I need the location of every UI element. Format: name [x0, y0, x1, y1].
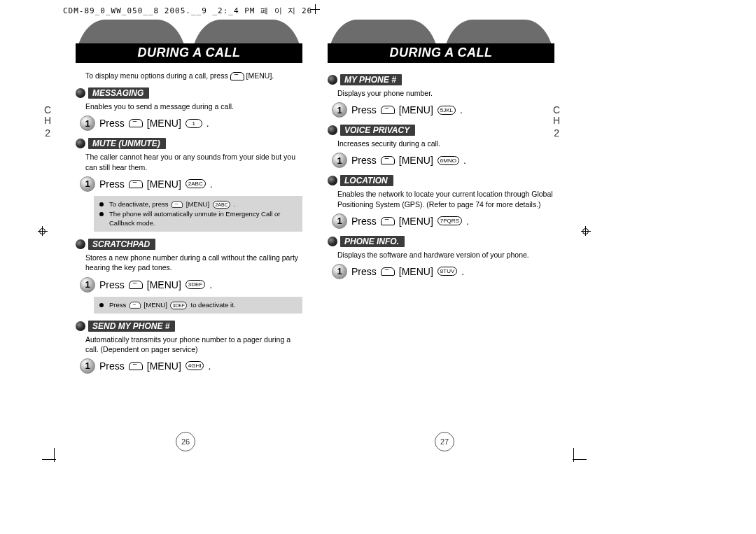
bullet-icon	[328, 125, 337, 135]
soft-key-icon	[230, 72, 244, 80]
bullet-icon	[328, 237, 337, 246]
section-label: PHONE INFO.	[340, 236, 405, 247]
soft-key-icon	[381, 156, 395, 164]
step-text: .	[210, 178, 213, 190]
num-key-icon: 3DEF	[171, 302, 188, 309]
section-label: MY PHONE #	[340, 74, 402, 85]
step-row: 1 Press [MENU] 8TUV .	[332, 264, 554, 279]
step-row: 1 Press [MENU] 4GHI .	[80, 358, 302, 374]
step-row: 1 Press [MENU] 5JKL .	[332, 102, 554, 118]
section-desc: Automatically transmits your phone numbe…	[85, 335, 302, 354]
section-location: LOCATION	[328, 175, 554, 186]
step-number-icon: 1	[80, 176, 95, 192]
step-text: .	[463, 155, 466, 166]
step-text: Press	[99, 279, 125, 290]
num-key-icon: 5JKL	[438, 106, 456, 115]
section-send-phone: SEND MY PHONE #	[76, 321, 302, 332]
section-label: MUTE (UNMUTE)	[88, 138, 166, 149]
section-desc: Stores a new phone number during a call …	[85, 253, 302, 272]
num-key-icon: 6MNO	[438, 156, 459, 165]
num-key-icon: 7PQRS	[438, 216, 462, 225]
step-text: .	[208, 360, 211, 372]
step-number-icon: 1	[332, 213, 347, 229]
step-number-icon: 1	[332, 264, 347, 279]
step-number-icon: 1	[332, 153, 347, 168]
step-row: 1 Press [MENU] 6MNO .	[332, 153, 554, 168]
soft-key-icon	[130, 302, 141, 309]
section-desc: Enables you to send a message during a c…	[85, 101, 302, 111]
step-text: [MENU]	[147, 118, 181, 129]
bullet-icon	[99, 202, 104, 206]
step-number-icon: 1	[80, 115, 95, 131]
step-text: Press	[99, 178, 125, 190]
note-box: To deactivate, press [MENU] 2ABC . The p…	[94, 196, 302, 232]
section-messaging: MESSAGING	[76, 87, 302, 99]
crop-circle-icon	[39, 228, 46, 234]
step-number-icon: 1	[332, 102, 347, 118]
note-text: The phone will automatically unmute in E…	[109, 209, 297, 229]
section-label: MESSAGING	[88, 87, 149, 99]
num-key-icon: 8TUV	[438, 267, 457, 276]
soft-key-icon	[129, 362, 143, 370]
step-text: Press	[99, 118, 125, 129]
crop-mark	[573, 448, 574, 462]
step-text: [MENU]	[399, 216, 433, 227]
step-text: [MENU]	[399, 155, 433, 166]
note-text: .	[233, 200, 235, 208]
section-label: SCRATCHPAD	[88, 239, 155, 250]
page-title: DURING A CALL	[328, 43, 554, 63]
intro-part: [MENU].	[246, 71, 274, 80]
num-key-icon: 4GHI	[186, 361, 204, 370]
section-scratchpad: SCRATCHPAD	[76, 239, 302, 250]
num-key-icon: 2ABC	[186, 179, 206, 188]
bullet-icon	[99, 212, 104, 216]
crop-mark	[42, 459, 56, 460]
soft-key-icon	[129, 281, 143, 289]
page-spread: DURING A CALL To display menu options du…	[56, 14, 574, 450]
step-text: [MENU]	[399, 104, 433, 115]
page-right: DURING A CALL MY PHONE # Displays your p…	[315, 14, 574, 450]
step-text: .	[466, 216, 469, 227]
crop-circle-icon	[582, 228, 589, 234]
note-text: To deactivate, press	[109, 200, 170, 208]
soft-key-icon	[381, 217, 395, 225]
note-text: Press	[109, 301, 128, 309]
soft-key-icon	[381, 267, 395, 276]
num-key-icon: 3DEF	[186, 280, 205, 289]
step-text: Press	[351, 216, 377, 227]
step-number-icon: 1	[80, 358, 95, 374]
note-text: to deactivate it.	[191, 301, 236, 309]
section-desc: Displays the software and hardware versi…	[337, 250, 554, 260]
soft-key-icon	[381, 106, 395, 114]
crop-mark-icon	[310, 4, 320, 14]
section-label: VOICE PRIVACY	[340, 125, 415, 136]
soft-key-icon	[129, 119, 143, 127]
chapter-label-left: C H 2	[44, 105, 51, 139]
step-text: [MENU]	[147, 178, 181, 190]
soft-key-icon	[129, 180, 143, 188]
step-text: Press	[99, 360, 125, 372]
step-number-icon: 1	[80, 277, 95, 293]
step-text: [MENU]	[399, 266, 433, 277]
section-label: SEND MY PHONE #	[88, 321, 175, 332]
ch-letter: H	[44, 115, 51, 126]
step-row: 1 Press [MENU] 2ABC .	[80, 176, 302, 192]
soft-key-icon	[172, 201, 183, 208]
section-mute: MUTE (UNMUTE)	[76, 138, 302, 149]
intro-text: To display menu options during a call, p…	[85, 71, 302, 80]
step-text: Press	[351, 104, 377, 115]
intro-part: To display menu options during a call, p…	[85, 71, 230, 80]
step-text: [MENU]	[147, 279, 181, 290]
step-text: Press	[351, 266, 377, 277]
crop-mark	[573, 459, 587, 460]
page-left: DURING A CALL To display menu options du…	[56, 14, 315, 450]
bullet-icon	[99, 303, 104, 307]
num-key-icon: 1	[186, 119, 202, 128]
step-text: .	[461, 266, 464, 277]
step-row: 1 Press [MENU] 3DEF .	[80, 277, 302, 293]
step-text: .	[209, 279, 212, 290]
step-text: [MENU]	[147, 360, 181, 372]
bullet-icon	[76, 88, 85, 98]
step-row: 1 Press [MENU] 1 .	[80, 115, 302, 131]
bullet-icon	[76, 321, 85, 331]
